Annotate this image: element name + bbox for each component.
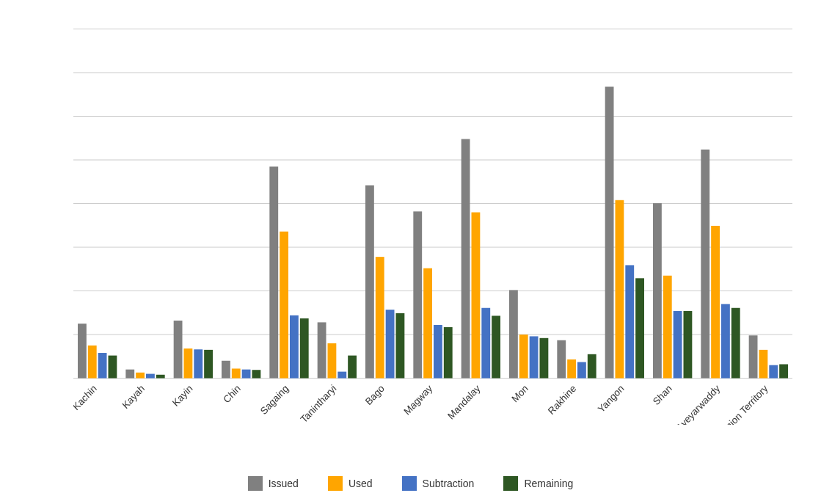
- svg-rect-76: [635, 278, 644, 378]
- legend-color-subtraction: [402, 476, 417, 491]
- svg-rect-40: [290, 315, 299, 378]
- svg-rect-84: [711, 225, 720, 378]
- main-chart: 01,000,0002,000,0003,000,0004,000,0005,0…: [73, 21, 800, 425]
- svg-rect-64: [519, 335, 528, 378]
- svg-text:Kayin: Kayin: [170, 382, 194, 408]
- svg-rect-41: [299, 318, 308, 379]
- svg-rect-36: [252, 370, 260, 378]
- svg-rect-74: [615, 200, 624, 378]
- svg-rect-83: [701, 149, 709, 378]
- svg-rect-24: [136, 372, 145, 378]
- svg-rect-43: [317, 322, 326, 378]
- svg-rect-44: [327, 343, 336, 378]
- legend-label-remaining: Remaining: [524, 478, 573, 489]
- svg-rect-58: [461, 139, 470, 378]
- svg-rect-85: [721, 304, 730, 378]
- svg-rect-86: [731, 307, 740, 378]
- legend-color-issued: [248, 476, 263, 491]
- svg-rect-49: [375, 257, 384, 378]
- legend-label-issued: Issued: [269, 478, 299, 489]
- svg-rect-65: [529, 336, 538, 378]
- svg-text:Kayah: Kayah: [120, 382, 146, 410]
- chart-area: 01,000,0002,000,0003,000,0004,000,0005,0…: [73, 21, 800, 425]
- svg-rect-75: [625, 265, 634, 378]
- svg-text:Sagaing: Sagaing: [258, 382, 291, 417]
- svg-rect-55: [434, 324, 442, 378]
- svg-text:Ayeyarwaddy: Ayeyarwaddy: [674, 382, 722, 425]
- legend-label-used: Used: [349, 478, 373, 489]
- legend-item-remaining: Remaining: [503, 476, 573, 491]
- svg-rect-38: [269, 166, 278, 378]
- svg-rect-73: [605, 87, 613, 378]
- svg-rect-23: [125, 369, 134, 378]
- svg-text:Bago: Bago: [362, 382, 386, 407]
- legend-label-subtraction: Subtraction: [423, 478, 475, 489]
- svg-rect-89: [759, 349, 767, 378]
- svg-text:Magway: Magway: [401, 382, 434, 417]
- svg-rect-81: [683, 310, 692, 378]
- svg-rect-80: [673, 310, 682, 378]
- legend: IssuedUsedSubtractionRemaining: [7, 469, 814, 498]
- svg-rect-70: [577, 362, 586, 378]
- svg-text:Union Territory: Union Territory: [718, 382, 770, 425]
- svg-rect-60: [481, 307, 490, 378]
- svg-rect-91: [779, 364, 788, 378]
- legend-color-used: [328, 476, 343, 491]
- legend-color-remaining: [503, 476, 518, 491]
- svg-rect-45: [337, 371, 346, 378]
- svg-text:Rakhine: Rakhine: [546, 382, 578, 417]
- svg-rect-78: [653, 202, 662, 378]
- svg-rect-33: [222, 360, 230, 378]
- svg-rect-54: [423, 268, 432, 378]
- svg-rect-18: [78, 324, 87, 378]
- svg-rect-28: [173, 321, 182, 379]
- legend-item-issued: Issued: [248, 476, 299, 491]
- svg-rect-48: [365, 185, 374, 378]
- svg-rect-56: [443, 326, 452, 378]
- svg-rect-53: [413, 211, 422, 378]
- svg-rect-79: [663, 275, 671, 378]
- legend-item-subtraction: Subtraction: [402, 476, 475, 491]
- svg-rect-39: [280, 231, 288, 378]
- svg-rect-50: [385, 310, 394, 378]
- svg-rect-46: [348, 355, 357, 378]
- svg-rect-90: [769, 365, 778, 378]
- svg-text:Chin: Chin: [221, 382, 242, 405]
- svg-rect-88: [748, 335, 757, 378]
- svg-text:Mon: Mon: [509, 382, 530, 404]
- svg-text:Yangon: Yangon: [596, 382, 626, 414]
- svg-text:Tanintharyi: Tanintharyi: [298, 382, 338, 424]
- svg-rect-63: [509, 290, 518, 378]
- svg-rect-21: [108, 355, 117, 378]
- svg-rect-20: [98, 353, 106, 379]
- svg-rect-51: [395, 313, 404, 378]
- svg-rect-29: [183, 348, 192, 378]
- svg-rect-25: [146, 373, 155, 378]
- svg-rect-71: [587, 354, 596, 378]
- svg-rect-19: [87, 345, 96, 378]
- chart-container: 01,000,0002,000,0003,000,0004,000,0005,0…: [7, 7, 814, 498]
- svg-rect-35: [241, 369, 250, 378]
- svg-rect-26: [156, 374, 164, 378]
- svg-rect-68: [557, 340, 566, 378]
- svg-rect-30: [194, 349, 202, 378]
- svg-rect-61: [492, 315, 500, 378]
- svg-rect-69: [567, 359, 576, 378]
- svg-text:Shan: Shan: [650, 382, 674, 407]
- svg-rect-59: [471, 212, 480, 378]
- svg-rect-31: [204, 349, 213, 378]
- svg-rect-34: [231, 368, 240, 378]
- svg-rect-66: [539, 337, 548, 378]
- svg-text:Kachin: Kachin: [73, 382, 99, 412]
- legend-item-used: Used: [328, 476, 373, 491]
- svg-text:Mandalay: Mandalay: [445, 382, 482, 421]
